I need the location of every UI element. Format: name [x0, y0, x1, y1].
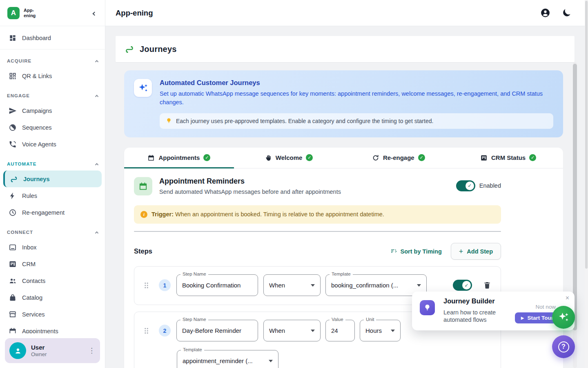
sort-by-timing-button[interactable]: Sort by Timing [390, 248, 442, 255]
dark-mode-button[interactable] [561, 8, 572, 18]
account-button[interactable] [540, 8, 550, 18]
clock-icon [9, 209, 17, 217]
sidebar-item-campaigns[interactable]: Campaigns [0, 102, 105, 119]
chevron-up-icon [95, 231, 98, 235]
journey-enabled-toggle[interactable]: ✓ [456, 180, 475, 191]
info-banner-tip: Each journey uses pre-approved templates… [160, 113, 553, 129]
sidebar-item-label: Journeys [23, 176, 49, 182]
plus-icon: + [459, 248, 463, 255]
step-number-badge: 2 [159, 325, 171, 337]
waving-hand-icon [265, 154, 272, 162]
check-badge-icon: ✓ [418, 154, 425, 161]
step-enabled-toggle[interactable]: ✓ [453, 280, 472, 291]
step-name-input[interactable]: Step Name Booking Confirmation [176, 274, 258, 296]
account-circle-icon [540, 8, 550, 18]
lightbulb-icon [166, 118, 172, 124]
sidebar-item-label: Re-engagement [22, 209, 65, 216]
kanban-icon [480, 154, 488, 162]
field-value: appointment_reminder (... [183, 357, 253, 364]
tab-appointments[interactable]: Appointments ✓ [124, 148, 234, 168]
sidebar-section-acquire[interactable]: ACQUIRE [0, 54, 105, 67]
field-value: When [269, 327, 285, 334]
tab-crm-status[interactable]: CRM Status ✓ [453, 148, 563, 168]
page-title: Journeys [140, 45, 177, 54]
steps-header: Steps Sort by Timing + Add Step [134, 243, 501, 260]
delete-step-button[interactable] [483, 281, 491, 289]
dashboard-icon [9, 34, 17, 42]
user-menu-button[interactable]: ⋮ [88, 346, 95, 355]
check-badge-icon: ✓ [529, 154, 536, 161]
lightbulb-badge [420, 300, 435, 315]
sidebar-section-automate[interactable]: AUTOMATE [0, 157, 105, 171]
sidebar-collapse-button[interactable] [91, 8, 98, 18]
sidebar-item-inbox[interactable]: Inbox [0, 239, 105, 256]
drag-handle-icon[interactable] [144, 282, 149, 289]
trigger-text: Trigger: When an appointment is booked. … [151, 211, 384, 219]
sidebar-item-sequences[interactable]: Sequences [0, 119, 105, 136]
route-icon [10, 175, 18, 183]
ai-assistant-fab[interactable] [552, 306, 575, 329]
sidebar-item-label: Voice Agents [22, 141, 56, 148]
sidebar-item-journeys[interactable]: Journeys [3, 171, 102, 187]
sidebar-item-label: Dashboard [22, 35, 51, 41]
field-value: booking_confirmation (... [331, 282, 398, 289]
field-value: 24 [331, 327, 338, 334]
add-step-button[interactable]: + Add Step [451, 243, 501, 260]
calendar-badge [134, 177, 152, 195]
page-header: Journeys [116, 36, 575, 62]
caret-down-icon [417, 284, 421, 287]
info-banner: Automated Customer Journeys Set up autom… [124, 70, 563, 137]
caret-down-icon [311, 284, 315, 287]
close-icon[interactable]: × [566, 295, 569, 301]
journeys-panel: Appointments ✓ Welcome ✓ Re-engage ✓ [124, 148, 563, 368]
not-now-button[interactable]: Not now [535, 304, 556, 310]
step-name-input[interactable]: Step Name Day-Before Reminder [176, 320, 258, 341]
tab-label: Welcome [276, 154, 303, 161]
storefront-icon [9, 310, 17, 319]
sidebar-item-reengagement[interactable]: Re-engagement [0, 204, 105, 221]
field-label: Unit [364, 317, 376, 322]
when-select[interactable]: When [263, 274, 321, 296]
journey-tabs: Appointments ✓ Welcome ✓ Re-engage ✓ [124, 148, 563, 168]
sidebar-item-crm[interactable]: CRM [0, 256, 105, 272]
sidebar-item-qr-links[interactable]: QR & Links [0, 67, 105, 84]
help-fab[interactable]: ? [552, 335, 575, 358]
calendar-icon [138, 182, 148, 191]
drag-handle-icon[interactable] [144, 327, 149, 334]
sidebar-item-services[interactable]: Services [0, 306, 105, 323]
trash-icon [483, 281, 491, 289]
field-value: When [269, 282, 285, 289]
page-scrollbar-thumb[interactable] [585, 1, 588, 269]
sidebar-item-rules[interactable]: Rules [0, 187, 105, 204]
content-scrollbar-thumb[interactable] [573, 64, 577, 330]
tab-reengage[interactable]: Re-engage ✓ [344, 148, 454, 168]
bolt-icon [9, 192, 17, 200]
sidebar-item-label: Sequences [22, 124, 52, 131]
sidebar-item-voice-agents[interactable]: Voice Agents [0, 136, 105, 153]
field-label: Step Name [180, 272, 208, 276]
sidebar-section-engage[interactable]: ENGAGE [0, 89, 105, 102]
template-select[interactable]: Template appointment_reminder (... [177, 350, 278, 368]
user-card[interactable]: User Owner ⋮ [5, 338, 100, 363]
sidebar-item-dashboard[interactable]: Dashboard [0, 29, 105, 46]
when-select[interactable]: When [263, 320, 321, 341]
kanban-icon [9, 260, 17, 268]
chevron-up-icon [95, 95, 98, 98]
tab-welcome[interactable]: Welcome ✓ [234, 148, 344, 168]
sidebar-section-connect[interactable]: CONNECT [0, 226, 105, 239]
template-select[interactable]: Template booking_confirmation (... [325, 274, 427, 296]
check-icon: ✓ [468, 183, 472, 188]
value-input[interactable]: Value 24 [325, 320, 355, 341]
toggle-knob: ✓ [466, 182, 474, 190]
route-icon [125, 44, 134, 54]
tab-label: Appointments [158, 154, 200, 161]
app-logo-text: App- ening [24, 8, 36, 18]
info-banner-description: Set up automatic WhatsApp message sequen… [160, 90, 553, 107]
topbar: App-ening [105, 0, 588, 26]
check-badge-icon: ✓ [203, 154, 210, 161]
unit-select[interactable]: Unit Hours [360, 320, 401, 341]
sidebar-item-catalog[interactable]: Catalog [0, 289, 105, 306]
section-divider [134, 231, 501, 232]
sidebar-item-label: Services [22, 311, 45, 318]
sidebar-item-contacts[interactable]: Contacts [0, 272, 105, 289]
